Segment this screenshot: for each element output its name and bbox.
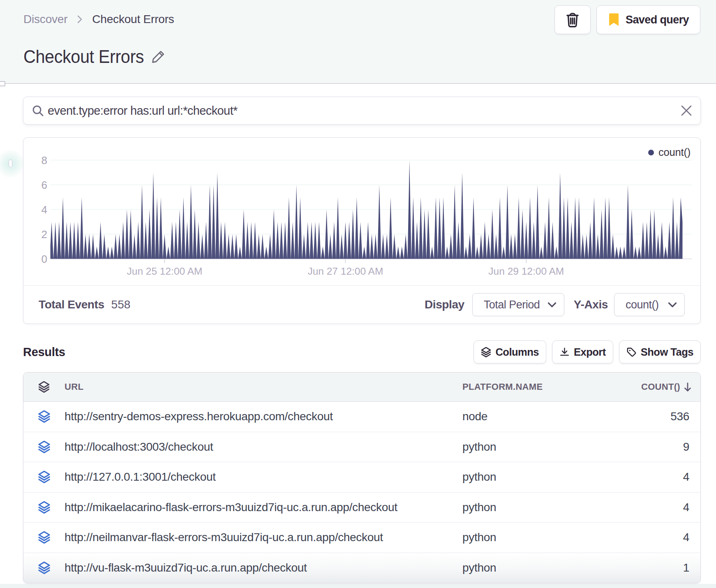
trash-icon xyxy=(565,12,580,28)
layers-icon xyxy=(481,347,491,357)
svg-text:8: 8 xyxy=(42,154,47,167)
tag-icon xyxy=(626,347,637,357)
title-row: Checkout Errors xyxy=(23,46,166,67)
chart-panel: 02468Jun 25 12:00 AMJun 27 12:00 AMJun 2… xyxy=(23,137,701,324)
delete-saved-query-button[interactable] xyxy=(554,5,591,34)
svg-text:Jun 29 12:00 AM: Jun 29 12:00 AM xyxy=(488,266,564,277)
row-icon-cell xyxy=(23,471,65,483)
sidebar-edge-tab[interactable] xyxy=(0,81,5,86)
table-body: http://sentry-demos-express.herokuapp.co… xyxy=(23,402,700,583)
row-platform-cell[interactable]: python xyxy=(462,531,641,544)
results-actions: Columns Export xyxy=(473,340,701,363)
download-icon xyxy=(559,347,570,357)
table-row: http://127.0.0.1:3001/checkoutpython4 xyxy=(23,462,700,493)
display-label: Display xyxy=(425,298,464,311)
breadcrumb: Discover Checkout Errors xyxy=(23,12,174,26)
show-tags-button[interactable]: Show Tags xyxy=(619,340,701,363)
row-count-cell[interactable]: 1 xyxy=(641,561,700,574)
row-url-cell[interactable]: http://mikaelacarino-flask-errors-m3uuiz… xyxy=(65,501,462,514)
breadcrumb-discover[interactable]: Discover xyxy=(23,12,67,26)
yaxis-label: Y-Axis xyxy=(574,298,608,311)
row-platform-cell[interactable]: python xyxy=(462,470,641,484)
table-row: http://neilmanvar-flask-errors-m3uuizd7i… xyxy=(23,523,700,553)
chart-legend[interactable]: count() xyxy=(648,146,691,158)
svg-text:Jun 25 12:00 AM: Jun 25 12:00 AM xyxy=(127,266,203,277)
row-count-cell[interactable]: 4 xyxy=(641,470,700,484)
chevron-down-icon xyxy=(668,302,677,308)
saved-query-button[interactable]: Saved query xyxy=(596,5,700,34)
event-count-chart: 02468Jun 25 12:00 AMJun 27 12:00 AMJun 2… xyxy=(23,138,700,285)
search-bar xyxy=(23,97,701,125)
results-heading: Results xyxy=(23,345,65,359)
row-platform-cell[interactable]: node xyxy=(462,410,641,423)
header-actions: Saved query xyxy=(554,5,700,34)
saved-query-label: Saved query xyxy=(626,14,689,26)
svg-text:4: 4 xyxy=(42,204,47,216)
pencil-icon xyxy=(151,49,166,64)
stack-layers-icon[interactable] xyxy=(38,562,50,574)
chart-footer-controls: Display Total Period Y-Axis count() xyxy=(425,293,685,316)
legend-series-label: count() xyxy=(658,146,691,158)
sidebar-collapse-handle[interactable] xyxy=(9,160,12,167)
row-count-cell[interactable]: 4 xyxy=(641,531,700,544)
search-icon xyxy=(32,105,44,117)
row-platform-cell[interactable]: python xyxy=(462,501,641,514)
row-icon-cell xyxy=(23,441,65,453)
count-header-label: COUNT() xyxy=(641,382,680,392)
results-header-row: Results Columns xyxy=(23,340,701,363)
export-button[interactable]: Export xyxy=(552,340,613,363)
columns-button-label: Columns xyxy=(495,346,539,358)
row-count-cell[interactable]: 536 xyxy=(641,410,700,423)
row-url-cell[interactable]: http://sentry-demos-express.herokuapp.co… xyxy=(65,410,462,423)
show-tags-button-label: Show Tags xyxy=(641,346,693,358)
svg-text:6: 6 xyxy=(42,179,47,191)
row-url-cell[interactable]: http://127.0.0.1:3001/checkout xyxy=(65,470,462,484)
svg-text:Jun 27 12:00 AM: Jun 27 12:00 AM xyxy=(307,266,383,277)
row-platform-cell[interactable]: python xyxy=(462,561,641,574)
row-icon-cell xyxy=(23,531,65,544)
svg-text:2: 2 xyxy=(42,228,47,241)
main-content: 02468Jun 25 12:00 AMJun 27 12:00 AMJun 2… xyxy=(0,84,716,584)
stack-layers-icon[interactable] xyxy=(38,501,50,514)
discover-saved-query-page: Discover Checkout Errors xyxy=(0,0,716,588)
stack-layers-icon[interactable] xyxy=(38,410,50,423)
stack-layers-icon[interactable] xyxy=(38,471,50,483)
total-events-label: Total Events xyxy=(39,298,104,311)
chart-footer: Total Events 558 Display Total Period Y-… xyxy=(23,285,700,324)
layers-icon xyxy=(38,381,50,393)
breadcrumb-chevron-icon xyxy=(76,14,83,25)
display-dropdown[interactable]: Total Period xyxy=(472,293,564,316)
results-table: URL PLATFORM.NAME COUNT() http://sentry xyxy=(23,372,701,583)
table-row: http://vu-flask-m3uuizd7iq-uc.a.run.app/… xyxy=(23,553,700,583)
column-header-platform[interactable]: PLATFORM.NAME xyxy=(462,382,641,392)
column-header-count[interactable]: COUNT() xyxy=(641,382,701,392)
row-url-cell[interactable]: http://neilmanvar-flask-errors-m3uuizd7i… xyxy=(65,531,462,544)
table-header-icon-cell xyxy=(23,381,65,393)
legend-series-dot xyxy=(648,150,654,155)
row-url-cell[interactable]: http://vu-flask-m3uuizd7iq-uc.a.run.app/… xyxy=(65,561,462,574)
sort-desc-arrow-icon xyxy=(683,382,692,392)
row-platform-cell[interactable]: python xyxy=(462,440,641,454)
search-input[interactable] xyxy=(48,97,675,124)
export-button-label: Export xyxy=(574,346,606,358)
yaxis-dropdown[interactable]: count() xyxy=(614,293,685,316)
edit-title-button[interactable] xyxy=(151,49,166,64)
row-count-cell[interactable]: 4 xyxy=(641,501,700,514)
chart-area: 02468Jun 25 12:00 AMJun 27 12:00 AMJun 2… xyxy=(23,138,700,285)
stack-layers-icon[interactable] xyxy=(38,531,50,544)
table-row: http://sentry-demos-express.herokuapp.co… xyxy=(23,402,700,432)
stack-layers-icon[interactable] xyxy=(38,441,50,453)
breadcrumb-current: Checkout Errors xyxy=(92,12,174,26)
page-title: Checkout Errors xyxy=(23,46,144,67)
total-events-value: 558 xyxy=(111,298,131,311)
row-url-cell[interactable]: http://localhost:3003/checkout xyxy=(65,440,462,454)
table-row: http://localhost:3003/checkoutpython9 xyxy=(23,432,700,463)
search-clear-button[interactable] xyxy=(680,104,693,117)
yaxis-dropdown-value: count() xyxy=(626,299,659,311)
row-icon-cell xyxy=(23,501,65,514)
bookmark-icon xyxy=(608,13,620,27)
row-count-cell[interactable]: 9 xyxy=(641,440,700,454)
column-header-url[interactable]: URL xyxy=(65,382,462,392)
columns-button[interactable]: Columns xyxy=(473,340,546,363)
row-icon-cell xyxy=(23,562,65,574)
